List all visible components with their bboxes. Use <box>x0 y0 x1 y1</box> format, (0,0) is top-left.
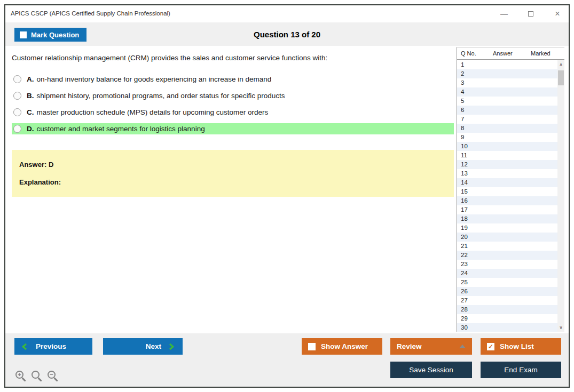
question-list-row[interactable]: 15 <box>457 187 557 196</box>
explanation-label: Explanation: <box>19 178 446 186</box>
header-qno: Q No. <box>461 50 476 57</box>
options-list: A.on-hand inventory balance for goods ex… <box>12 74 454 140</box>
next-button[interactable]: Next <box>103 338 183 355</box>
question-list-row[interactable]: 17 <box>457 205 557 214</box>
radio-icon[interactable] <box>13 108 21 116</box>
question-list-row[interactable]: 21 <box>457 242 557 251</box>
show-list-checkbox-icon: ✓ <box>487 343 494 350</box>
question-list-row[interactable]: 1 <box>457 60 557 69</box>
show-answer-button[interactable]: Show Answer <box>302 338 382 355</box>
mark-question-label: Mark Question <box>31 31 79 39</box>
zoom-in-icon[interactable]: + <box>15 371 27 382</box>
question-list-row[interactable]: 20 <box>457 233 557 242</box>
zoom-tools: + − <box>15 371 59 382</box>
option-letter: B. <box>27 92 34 100</box>
question-list-row[interactable]: 5 <box>457 97 557 106</box>
question-list-row[interactable]: 3 <box>457 78 557 87</box>
window-controls: — × <box>500 5 561 22</box>
question-list-row[interactable]: 9 <box>457 133 557 142</box>
question-list-row[interactable]: 2 <box>457 69 557 78</box>
chevron-right-icon <box>169 343 174 350</box>
option-d[interactable]: D.customer and market segments for logis… <box>12 123 454 134</box>
question-list-row[interactable]: 28 <box>457 305 557 314</box>
question-text: Customer relationship management (CRM) p… <box>12 54 444 62</box>
review-label: Review <box>397 342 422 350</box>
question-list-row[interactable]: 13 <box>457 169 557 178</box>
question-list-row[interactable]: 29 <box>457 314 557 323</box>
scroll-down-icon[interactable]: ∨ <box>557 323 564 332</box>
end-exam-button[interactable]: End Exam <box>481 362 561 378</box>
question-list-header: Q No. Answer Marked <box>457 47 564 60</box>
option-letter: D. <box>27 125 34 133</box>
question-list-row[interactable]: 24 <box>457 269 557 278</box>
question-list-row[interactable]: 22 <box>457 251 557 260</box>
save-session-button[interactable]: Save Session <box>390 362 472 378</box>
scroll-up-icon[interactable]: ∧ <box>557 60 564 69</box>
show-list-label: Show List <box>500 342 534 350</box>
end-exam-label: End Exam <box>504 366 537 374</box>
answer-label: Answer: D <box>19 161 446 169</box>
review-button[interactable]: Review <box>390 338 472 355</box>
screen: APICS CSCP (APICS Certified Supply Chain… <box>0 0 574 392</box>
minimize-icon[interactable]: — <box>500 10 508 18</box>
footer-bar: Previous Next Show Answer Review ✓ Show … <box>5 333 569 387</box>
window-title: APICS CSCP (APICS Certified Supply Chain… <box>11 10 170 17</box>
option-text: customer and market segments for logisti… <box>37 125 205 133</box>
question-list-row[interactable]: 10 <box>457 142 557 151</box>
option-text: on-hand inventory balance for goods expe… <box>37 75 272 83</box>
question-list-scrollbar[interactable]: ∧ ∨ <box>557 60 564 332</box>
question-list-row[interactable]: 14 <box>457 178 557 187</box>
option-letter: C. <box>27 108 34 116</box>
close-icon[interactable]: × <box>554 10 561 18</box>
radio-icon[interactable] <box>13 125 21 133</box>
radio-icon[interactable] <box>13 75 21 83</box>
question-list-row[interactable]: 23 <box>457 260 557 269</box>
question-list-row[interactable]: 26 <box>457 287 557 296</box>
option-letter: A. <box>27 75 34 83</box>
zoom-out-icon[interactable]: − <box>48 371 59 382</box>
previous-label: Previous <box>36 342 66 350</box>
question-counter: Question 13 of 20 <box>5 22 569 46</box>
content-area: Customer relationship management (CRM) p… <box>5 46 569 333</box>
scrollbar-thumb[interactable] <box>558 70 564 85</box>
question-list-row[interactable]: 8 <box>457 124 557 133</box>
question-list-row[interactable]: 7 <box>457 115 557 124</box>
maximize-icon[interactable] <box>527 10 534 18</box>
save-session-label: Save Session <box>409 366 453 374</box>
question-list-panel: Q No. Answer Marked 12345678910111213141… <box>457 47 564 332</box>
mark-question-checkbox-icon <box>20 31 27 38</box>
header-marked: Marked <box>531 50 551 57</box>
option-text: master production schedule (MPS) details… <box>37 108 269 116</box>
question-list-row[interactable]: 18 <box>457 214 557 223</box>
mark-question-button[interactable]: Mark Question <box>14 28 87 42</box>
question-list-row[interactable]: 30 <box>457 323 557 332</box>
chevron-up-icon <box>459 345 466 348</box>
question-list-row[interactable]: 16 <box>457 196 557 205</box>
radio-icon[interactable] <box>13 92 21 100</box>
chevron-left-icon <box>22 343 27 350</box>
header-answer: Answer <box>493 50 513 57</box>
question-list-row[interactable]: 4 <box>457 87 557 97</box>
question-list-row[interactable]: 6 <box>457 106 557 115</box>
show-list-button[interactable]: ✓ Show List <box>481 338 561 355</box>
title-bar: APICS CSCP (APICS Certified Supply Chain… <box>5 5 569 22</box>
option-a[interactable]: A.on-hand inventory balance for goods ex… <box>12 74 454 85</box>
show-answer-checkbox-icon <box>308 343 316 350</box>
option-b[interactable]: B.shipment history, promotional programs… <box>12 90 454 101</box>
answer-box: Answer: D Explanation: <box>12 150 454 197</box>
app-window: APICS CSCP (APICS Certified Supply Chain… <box>4 4 570 388</box>
toolbar: Question 13 of 20 Mark Question <box>5 22 569 46</box>
previous-button[interactable]: Previous <box>14 338 92 355</box>
question-list-row[interactable]: 27 <box>457 296 557 305</box>
question-list-row[interactable]: 25 <box>457 278 557 287</box>
next-label: Next <box>146 342 161 350</box>
question-list-body: 1234567891011121314151617181920212223242… <box>457 60 557 332</box>
show-answer-label: Show Answer <box>321 342 368 350</box>
question-list-row[interactable]: 12 <box>457 160 557 169</box>
option-text: shipment history, promotional programs, … <box>37 92 285 100</box>
zoom-icon[interactable] <box>32 371 43 382</box>
option-c[interactable]: C.master production schedule (MPS) detai… <box>12 107 454 118</box>
question-list-row[interactable]: 19 <box>457 223 557 233</box>
question-list-row[interactable]: 11 <box>457 151 557 160</box>
